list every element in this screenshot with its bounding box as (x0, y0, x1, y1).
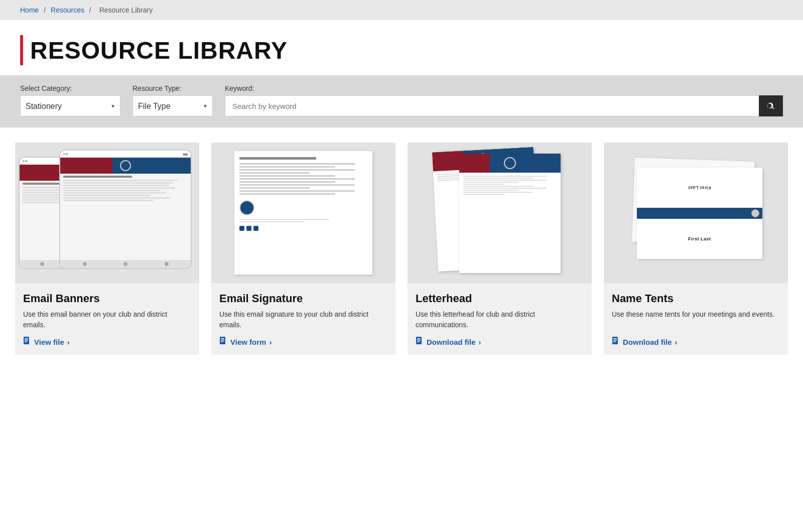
search-input[interactable] (225, 95, 759, 116)
doc-icon-email-signature (219, 336, 227, 348)
card-body-letterhead: Letterhead Use this letterhead for club … (408, 283, 592, 355)
card-image-letterhead (408, 143, 592, 283)
name-tent-main: First Last First Last (637, 168, 762, 259)
svg-rect-7 (221, 341, 223, 342)
svg-rect-2 (25, 340, 28, 341)
svg-rect-13 (613, 338, 617, 339)
breadcrumb-current: Resource Library (99, 6, 153, 14)
svg-rect-10 (417, 340, 421, 341)
category-label: Select Category: (20, 84, 120, 92)
breadcrumb-sep1: / (44, 6, 48, 14)
card-letterhead: Letterhead Use this letterhead for club … (408, 143, 592, 355)
page-title-section: RESOURCE LIBRARY (0, 20, 803, 75)
search-icon (766, 101, 775, 110)
card-title-email-signature: Email Signature (219, 292, 387, 305)
card-image-email-banners: 9:41▮▮▮ (15, 143, 199, 283)
card-desc-email-banners: Use this email banner on your club and d… (23, 309, 191, 330)
card-body-email-banners: Email Banners Use this email banner on y… (15, 283, 199, 355)
card-image-name-tents: First Last First Last (604, 143, 788, 283)
card-desc-letterhead: Use this letterhead for club and distric… (416, 309, 584, 330)
card-action-name-tents[interactable]: Download file › (612, 336, 780, 348)
doc-icon-name-tents (612, 336, 620, 348)
svg-rect-5 (221, 338, 224, 339)
card-title-email-banners: Email Banners (23, 292, 191, 305)
cards-grid: 9:41▮▮▮ (15, 143, 788, 355)
svg-rect-6 (221, 340, 224, 341)
page-title: RESOURCE LIBRARY (30, 37, 288, 64)
svg-rect-1 (25, 338, 28, 339)
card-title-name-tents: Name Tents (612, 292, 780, 305)
card-title-letterhead: Letterhead (416, 292, 584, 305)
name-tents-preview: First Last First Last (604, 143, 788, 283)
card-name-tents: First Last First Last Name Tents Use the… (604, 143, 788, 355)
svg-rect-15 (613, 341, 616, 342)
card-email-banners: 9:41▮▮▮ (15, 143, 199, 355)
card-action-letterhead[interactable]: Download file › (416, 336, 584, 348)
breadcrumb-resources[interactable]: Resources (51, 6, 84, 14)
card-email-signature: Email Signature Use this email signature… (211, 143, 395, 355)
card-desc-email-signature: Use this email signature to your club an… (219, 309, 387, 330)
card-body-name-tents: Name Tents Use these name tents for your… (604, 283, 788, 355)
svg-rect-3 (25, 341, 27, 342)
search-button[interactable] (759, 95, 783, 116)
card-desc-name-tents: Use these name tents for your meetings a… (612, 309, 780, 330)
phone-front: 9:41▮▮▮ (59, 150, 192, 269)
type-label: Resource Type: (132, 84, 213, 92)
email-sig-preview (234, 151, 372, 275)
type-filter-group: Resource Type: File Type PDF Word Docume… (132, 84, 213, 116)
breadcrumb-home[interactable]: Home (20, 6, 39, 14)
svg-rect-14 (613, 340, 617, 341)
type-select[interactable]: File Type PDF Word Document Image (132, 95, 213, 116)
card-image-email-signature (211, 143, 395, 283)
keyword-filter-group: Keyword: (225, 84, 783, 116)
doc-icon-email-banners (23, 336, 31, 348)
letterhead-page-front (459, 154, 561, 273)
cards-section: 9:41▮▮▮ (0, 127, 803, 375)
card-action-email-signature[interactable]: View form › (219, 336, 387, 348)
filter-bar: Select Category: Stationery Branding For… (0, 75, 803, 127)
svg-rect-11 (417, 341, 420, 342)
category-select[interactable]: Stationery Branding Forms Templates (20, 95, 120, 116)
category-filter-group: Select Category: Stationery Branding For… (20, 84, 120, 116)
letterhead-preview (408, 143, 592, 283)
breadcrumb-sep2: / (89, 6, 93, 14)
breadcrumb: Home / Resources / Resource Library (0, 0, 803, 20)
doc-icon-letterhead (416, 336, 424, 348)
title-accent-bar (20, 35, 23, 65)
card-action-email-banners[interactable]: View file › (23, 336, 191, 348)
keyword-label: Keyword: (225, 84, 783, 92)
card-body-email-signature: Email Signature Use this email signature… (211, 283, 395, 355)
svg-rect-9 (417, 338, 421, 339)
